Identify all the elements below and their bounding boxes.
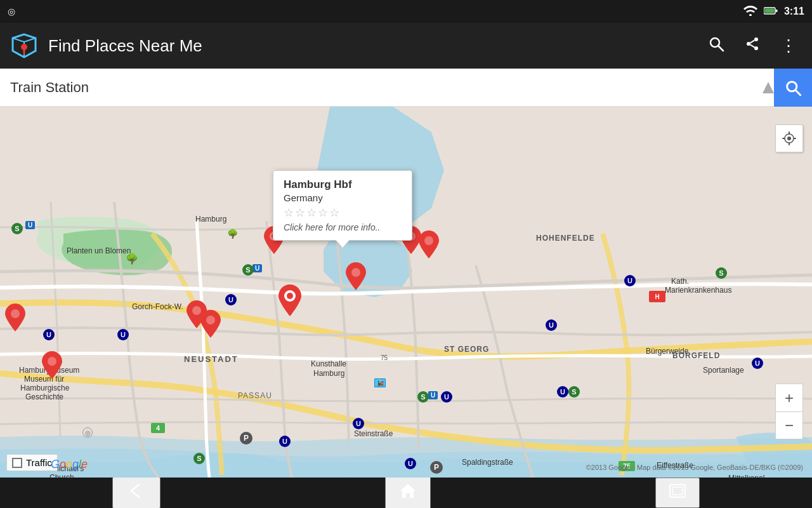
ubahn-icon-7: U <box>441 391 452 403</box>
nav-back-button[interactable] <box>112 477 160 508</box>
svg-line-6 <box>719 46 724 51</box>
search-bar: Train Station <box>0 69 812 107</box>
svg-rect-2 <box>764 8 774 13</box>
map-svg <box>0 107 812 478</box>
sbahn-icon-2: S <box>242 264 254 276</box>
ubahn-icon-2: U <box>117 329 129 340</box>
parking-icon-1: P <box>240 432 252 444</box>
ubahn-icon-1: U <box>43 329 55 340</box>
svg-line-11 <box>750 44 755 47</box>
ubahn-icon-9: U <box>546 319 557 331</box>
wifi-icon <box>743 6 757 18</box>
popup-link[interactable]: Click here for more info.. <box>284 222 402 232</box>
parking-icon-2: P <box>430 461 443 474</box>
battery-icon <box>764 6 778 17</box>
hbf-badge: 🚂 <box>374 378 386 387</box>
app-logo <box>10 32 38 60</box>
map-pin-9[interactable] <box>42 351 62 382</box>
building-icon-1: ◎ <box>82 427 93 438</box>
search-input[interactable]: Train Station <box>10 79 774 96</box>
popup-stars: ☆☆☆☆☆ <box>284 206 402 220</box>
app-title: Find Places Near Me <box>48 36 693 56</box>
share-action-icon[interactable] <box>740 31 765 61</box>
ubahn-icon-4: U <box>279 436 291 447</box>
map-attribution: ©2013 Google · Map data ©2013 Google, Ge… <box>586 464 803 471</box>
map-pin-3-active[interactable] <box>278 284 301 319</box>
zoom-in-button[interactable]: + <box>775 384 803 411</box>
map-popup[interactable]: Hamburg Hbf Germany ☆☆☆☆☆ Click here for… <box>273 170 412 241</box>
nav-home-button[interactable] <box>385 476 431 508</box>
status-time: 3:11 <box>784 6 804 17</box>
svg-line-10 <box>750 40 755 43</box>
sbahn-icon-5: S <box>716 267 727 279</box>
svg-marker-12 <box>763 82 774 93</box>
transit-box-1: U <box>25 221 35 229</box>
ubahn-icon-5: U <box>353 418 364 429</box>
svg-point-24 <box>192 306 201 315</box>
hbf-label: 75 <box>381 354 388 361</box>
map-pin-4[interactable] <box>346 262 366 293</box>
sbahn-icon-6: S <box>193 453 205 464</box>
map-pin-6[interactable] <box>419 231 439 261</box>
hospital-icon: H <box>649 291 665 302</box>
transit-box-3: U <box>428 391 438 399</box>
svg-point-20 <box>287 293 293 299</box>
svg-rect-32 <box>672 487 683 495</box>
svg-point-21 <box>351 268 360 277</box>
svg-point-23 <box>424 236 433 245</box>
sbahn-icon-4: S <box>568 386 580 398</box>
ubahn-icon-3: U <box>225 294 237 305</box>
my-location-button[interactable] <box>775 124 803 152</box>
status-bar: ◎ 3:11 <box>0 0 812 23</box>
google-logo: Google <box>51 458 88 471</box>
svg-point-0 <box>749 14 752 16</box>
svg-point-25 <box>11 309 20 318</box>
traffic-label: Traffic <box>26 457 52 468</box>
map-pin-7[interactable] <box>187 300 207 331</box>
ubahn-icon-10: U <box>557 386 568 398</box>
app-bar: Find Places Near Me ⋮ <box>0 23 812 69</box>
svg-line-14 <box>796 90 801 95</box>
zoom-controls: + − <box>775 384 803 439</box>
svg-point-29 <box>787 137 791 140</box>
traffic-checkbox[interactable] <box>12 458 22 468</box>
transit-box-2: U <box>252 264 262 272</box>
tree-icon-2: 🌳 <box>227 229 238 239</box>
nav-recents-button[interactable] <box>655 478 700 508</box>
traffic-toggle[interactable]: Traffic <box>6 454 58 471</box>
nav-bar <box>0 478 812 508</box>
zoom-out-button[interactable]: − <box>775 411 803 439</box>
ubahn-icon-11: U <box>752 358 763 369</box>
search-button[interactable] <box>774 69 812 107</box>
location-icon: ◎ <box>8 6 15 17</box>
popup-country: Germany <box>284 192 402 203</box>
sbahn-icon-1: S <box>11 223 23 234</box>
svg-point-16 <box>206 316 215 324</box>
sbahn-icon-3: S <box>417 391 429 403</box>
overflow-menu-icon[interactable]: ⋮ <box>775 31 802 61</box>
svg-rect-3 <box>776 10 778 12</box>
search-action-icon[interactable] <box>703 30 730 62</box>
tree-icon-1: 🌳 <box>126 253 138 265</box>
svg-point-26 <box>48 357 56 366</box>
road-badge-4: 4 <box>151 423 165 433</box>
ubahn-icon-8: U <box>624 275 636 286</box>
popup-title: Hamburg Hbf <box>284 178 402 191</box>
ubahn-icon-6: U <box>405 458 416 469</box>
map-pin-8[interactable] <box>5 304 25 334</box>
map-container[interactable]: Planten un Blomen Hamburgmuseum Museum f… <box>0 107 812 478</box>
